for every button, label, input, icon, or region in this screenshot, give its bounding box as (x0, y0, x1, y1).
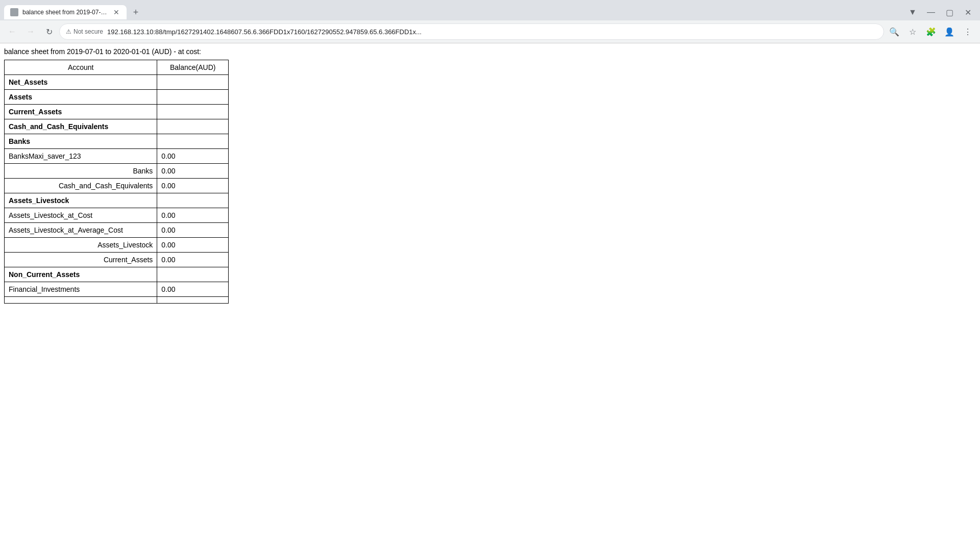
balance-cell: 0.00 (157, 238, 229, 253)
profile-dropdown-icon[interactable]: ▼ (904, 4, 921, 20)
page-title: balance sheet from 2019-07-01 to 2020-01… (4, 47, 976, 56)
account-cell: BanksMaxi_saver_123 (5, 149, 157, 164)
tab-close-button[interactable]: ✕ (112, 8, 120, 16)
active-tab[interactable]: balance sheet from 2019-07-01 to 2 ✕ (4, 5, 127, 19)
account-cell: Current_Assets (5, 253, 157, 267)
new-tab-button[interactable]: + (129, 5, 143, 19)
forward-button[interactable]: → (22, 23, 39, 40)
tab-label: balance sheet from 2019-07-01 to 2 (22, 9, 108, 16)
balance-cell (157, 134, 229, 149)
account-cell: Financial_Investments (5, 282, 157, 297)
tab-page-icon (10, 8, 18, 16)
account-cell: Assets_Livestock_at_Average_Cost (5, 223, 157, 238)
balance-cell (157, 267, 229, 282)
menu-icon[interactable]: ⋮ (960, 23, 976, 40)
page-content: balance sheet from 2019-07-01 to 2020-01… (0, 43, 980, 308)
balance-cell (157, 297, 229, 304)
nav-bar: ← → ↻ ⚠ Not secure 192.168.123.10:88/tmp… (0, 20, 980, 43)
lock-icon: ⚠ (66, 28, 71, 35)
account-cell: Cash_and_Cash_Equivalents (5, 179, 157, 193)
balance-cell: 0.00 (157, 223, 229, 238)
back-button[interactable]: ← (4, 23, 20, 40)
account-cell: Assets_Livestock_at_Cost (5, 208, 157, 223)
account-cell: Cash_and_Cash_Equivalents (5, 119, 157, 134)
balance-cell: 0.00 (157, 164, 229, 179)
address-bar[interactable]: ⚠ Not secure 192.168.123.10:88/tmp/16272… (59, 23, 884, 40)
account-cell: Current_Assets (5, 105, 157, 119)
balance-cell (157, 105, 229, 119)
balance-cell: 0.00 (157, 149, 229, 164)
balance-cell (157, 75, 229, 90)
account-cell: Banks (5, 134, 157, 149)
account-cell: Assets_Livestock (5, 193, 157, 208)
col-header-balance: Balance(AUD) (157, 60, 229, 75)
balance-cell: 0.00 (157, 179, 229, 193)
balance-sheet-table: Account Balance(AUD) Net_AssetsAssetsCur… (4, 60, 229, 304)
extension-icon[interactable]: 🧩 (923, 23, 939, 40)
tab-bar: balance sheet from 2019-07-01 to 2 ✕ + ▼… (0, 0, 980, 20)
account-cell: Net_Assets (5, 75, 157, 90)
account-cell: Assets_Livestock (5, 238, 157, 253)
minimize-button[interactable]: — (923, 4, 939, 20)
bookmark-icon[interactable]: ☆ (904, 23, 921, 40)
search-icon[interactable]: 🔍 (886, 23, 902, 40)
balance-cell (157, 193, 229, 208)
refresh-button[interactable]: ↻ (41, 23, 57, 40)
account-cell (5, 297, 157, 304)
close-window-button[interactable]: ✕ (960, 4, 976, 20)
account-cell: Non_Current_Assets (5, 267, 157, 282)
account-icon[interactable]: 👤 (941, 23, 958, 40)
col-header-account: Account (5, 60, 157, 75)
balance-cell: 0.00 (157, 282, 229, 297)
balance-cell: 0.00 (157, 208, 229, 223)
not-secure-indicator: ⚠ Not secure (66, 28, 103, 35)
not-secure-label: Not secure (74, 28, 103, 35)
url-display[interactable]: 192.168.123.10:88/tmp/1627291402.1648607… (107, 28, 877, 36)
account-cell: Assets (5, 90, 157, 105)
restore-button[interactable]: ▢ (941, 4, 958, 20)
balance-cell: 0.00 (157, 253, 229, 267)
nav-icons-right: 🔍 ☆ 🧩 👤 ⋮ (886, 23, 976, 40)
balance-cell (157, 119, 229, 134)
browser-chrome: balance sheet from 2019-07-01 to 2 ✕ + ▼… (0, 0, 980, 43)
account-cell: Banks (5, 164, 157, 179)
balance-cell (157, 90, 229, 105)
